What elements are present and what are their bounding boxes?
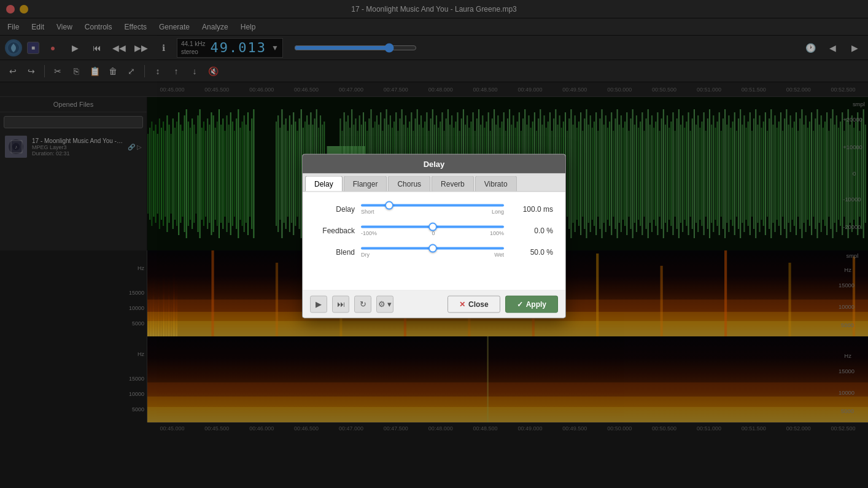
delay-slider-labels: Short Long (361, 208, 504, 214)
dialog-footer: ▶ ⏭ ↻ ⚙ ▾ ✕ Close ✓ Apply (303, 290, 565, 317)
delay-dialog: Delay Delay Flanger Chorus Reverb Vibrat… (302, 153, 566, 318)
delay-param-row: Delay Short Long 100.0 ms (315, 204, 553, 214)
blend-slider-labels: Dry Wet (361, 251, 504, 257)
modal-overlay: Delay Delay Flanger Chorus Reverb Vibrat… (0, 0, 868, 488)
apply-button[interactable]: ✓ Apply (505, 295, 558, 312)
dialog-titlebar: Delay (303, 154, 565, 173)
feedback-param-row: Feedback -100% 0 100% 0.0 % (315, 225, 553, 236)
dialog-content: Delay Short Long 100.0 ms Feedback -100% (303, 192, 565, 290)
footer-right: ✕ Close ✓ Apply (448, 295, 558, 312)
tab-reverb[interactable]: Reverb (432, 176, 474, 191)
blend-slider[interactable] (361, 247, 504, 249)
delay-slider[interactable] (361, 204, 504, 206)
delay-value: 100.0 ms (510, 205, 553, 214)
tab-chorus[interactable]: Chorus (388, 176, 430, 191)
blend-slider-container: Dry Wet (361, 247, 504, 257)
apply-icon: ✓ (517, 300, 523, 308)
feedback-slider-container: -100% 0 100% (361, 225, 504, 236)
blend-param-label: Blend (315, 248, 355, 257)
dialog-tabs: Delay Flanger Chorus Reverb Vibrato (303, 173, 565, 192)
tab-flanger[interactable]: Flanger (344, 176, 387, 191)
footer-skip-btn[interactable]: ⏭ (332, 295, 349, 312)
footer-settings-btn[interactable]: ⚙ ▾ (376, 295, 393, 312)
blend-param-row: Blend Dry Wet 50.0 % (315, 247, 553, 257)
tab-delay[interactable]: Delay (305, 176, 343, 191)
footer-play-btn[interactable]: ▶ (310, 295, 327, 312)
delay-slider-container: Short Long (361, 204, 504, 214)
tab-vibrato[interactable]: Vibrato (475, 176, 517, 191)
feedback-param-label: Feedback (315, 227, 355, 235)
feedback-slider-labels: -100% 0 100% (361, 230, 504, 236)
delay-param-label: Delay (315, 205, 355, 214)
footer-left: ▶ ⏭ ↻ ⚙ ▾ (310, 295, 393, 312)
feedback-value: 0.0 % (510, 227, 553, 235)
footer-loop-btn[interactable]: ↻ (354, 295, 371, 312)
close-icon: ✕ (459, 300, 465, 308)
feedback-slider[interactable] (361, 225, 504, 228)
blend-value: 50.0 % (510, 248, 553, 257)
close-button[interactable]: ✕ Close (448, 295, 500, 312)
